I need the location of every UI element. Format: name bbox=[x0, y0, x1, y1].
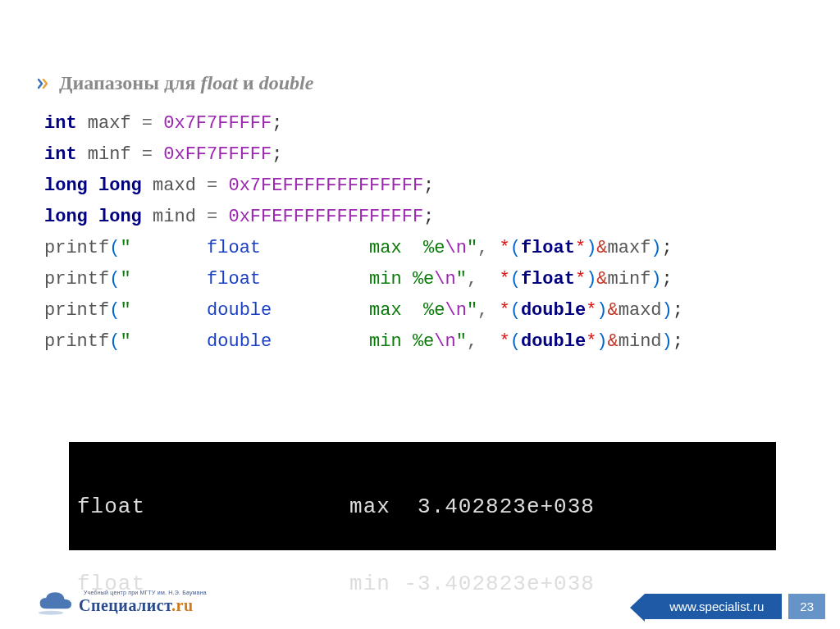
terminal-output: float max 3.402823e+038 float min -3.402… bbox=[69, 442, 776, 550]
code-line-printf-4: printf(" double min %e\n", *(double*)&mi… bbox=[44, 333, 683, 351]
code-line-2: int minf = 0xFF7FFFFF; bbox=[44, 146, 683, 164]
cloud-icon bbox=[34, 588, 75, 616]
code-line-1: int maxf = 0x7F7FFFFF; bbox=[44, 115, 683, 133]
code-line-3: long long maxd = 0x7FEFFFFFFFFFFFFF; bbox=[44, 177, 683, 195]
slide-footer: Учебный центр при МГТУ им. Н.Э. Баумана … bbox=[0, 581, 840, 629]
code-block: int maxf = 0x7F7FFFFF; int minf = 0xFF7F… bbox=[44, 115, 683, 364]
svg-point-0 bbox=[39, 611, 63, 615]
code-line-printf-1: printf(" float max %e\n", *(float*)&maxf… bbox=[44, 239, 683, 258]
slide-heading: Диапазоны для float и double bbox=[38, 72, 313, 94]
footer-url: www.specialist.ru bbox=[645, 594, 782, 619]
code-line-printf-2: printf(" float min %e\n", *(float*)&minf… bbox=[44, 271, 683, 289]
footer-logo: Учебный центр при МГТУ им. Н.Э. Баумана … bbox=[34, 588, 207, 616]
logo-caption: Учебный центр при МГТУ им. Н.Э. Баумана bbox=[84, 590, 207, 595]
page-number: 23 bbox=[788, 594, 825, 619]
logo-brand: Специалист.ru bbox=[79, 596, 207, 615]
code-line-printf-3: printf(" double max %e\n", *(double*)&ma… bbox=[44, 302, 683, 320]
heading-text: Диапазоны для float и double bbox=[59, 72, 313, 94]
chevrons-icon bbox=[38, 77, 51, 90]
terminal-row-1: float max 3.402823e+038 bbox=[77, 495, 768, 520]
code-line-4: long long mind = 0xFFEFFFFFFFFFFFFF; bbox=[44, 208, 683, 226]
